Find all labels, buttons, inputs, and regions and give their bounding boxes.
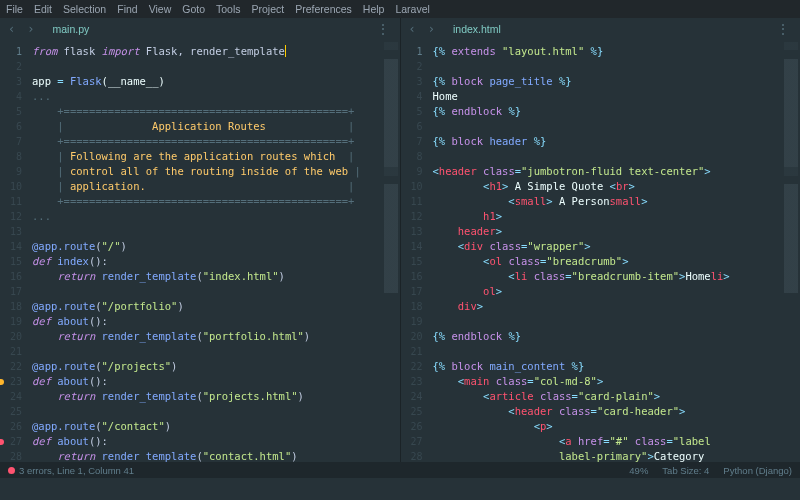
status-bar: 3 errors, Line 1, Column 41 49% Tab Size… bbox=[0, 462, 800, 478]
nav-back-icon[interactable]: ‹ bbox=[4, 22, 19, 36]
pane-menu-icon[interactable]: ⋮ bbox=[370, 21, 396, 37]
menu-project[interactable]: Project bbox=[252, 3, 285, 15]
editor-panes: ‹› main.py ⋮ 123456789101112131415161718… bbox=[0, 18, 800, 462]
status-lang[interactable]: Python (Django) bbox=[723, 465, 792, 476]
menu-laravel[interactable]: Laravel bbox=[395, 3, 429, 15]
menu-view[interactable]: View bbox=[149, 3, 172, 15]
status-percent: 49% bbox=[629, 465, 648, 476]
gutter-right: 1234567891011121314151617181920212223242… bbox=[401, 40, 429, 462]
code-left[interactable]: from flask import Flask, render_template… bbox=[28, 40, 382, 462]
nav-fwd-icon[interactable]: › bbox=[424, 22, 439, 36]
minimap-right[interactable] bbox=[784, 42, 798, 460]
menu-file[interactable]: File bbox=[6, 3, 23, 15]
gutter-left: 1234567891011121314151617181920212223242… bbox=[0, 40, 28, 462]
pane-menu-icon[interactable]: ⋮ bbox=[770, 21, 796, 37]
left-pane: ‹› main.py ⋮ 123456789101112131415161718… bbox=[0, 18, 401, 462]
right-pane: ‹› index.html ⋮ 123456789101112131415161… bbox=[401, 18, 801, 462]
status-errors[interactable]: 3 errors, Line 1, Column 41 bbox=[8, 465, 134, 476]
menu-goto[interactable]: Goto bbox=[182, 3, 205, 15]
menu-tools[interactable]: Tools bbox=[216, 3, 241, 15]
menu-help[interactable]: Help bbox=[363, 3, 385, 15]
right-tabbar: ‹› index.html ⋮ bbox=[401, 18, 801, 40]
code-right[interactable]: {% extends "layout.html" %} {% block pag… bbox=[429, 40, 783, 462]
menu-preferences[interactable]: Preferences bbox=[295, 3, 352, 15]
left-tabbar: ‹› main.py ⋮ bbox=[0, 18, 400, 40]
menu-find[interactable]: Find bbox=[117, 3, 137, 15]
nav-back-icon[interactable]: ‹ bbox=[405, 22, 420, 36]
tab-index-html[interactable]: index.html bbox=[445, 18, 509, 40]
tab-main-py[interactable]: main.py bbox=[44, 18, 97, 40]
menu-selection[interactable]: Selection bbox=[63, 3, 106, 15]
status-tabsize[interactable]: Tab Size: 4 bbox=[662, 465, 709, 476]
menu-edit[interactable]: Edit bbox=[34, 3, 52, 15]
minimap-left[interactable] bbox=[384, 42, 398, 460]
menu-bar: FileEditSelectionFindViewGotoToolsProjec… bbox=[0, 0, 800, 18]
error-dot-icon bbox=[8, 467, 15, 474]
nav-fwd-icon[interactable]: › bbox=[23, 22, 38, 36]
